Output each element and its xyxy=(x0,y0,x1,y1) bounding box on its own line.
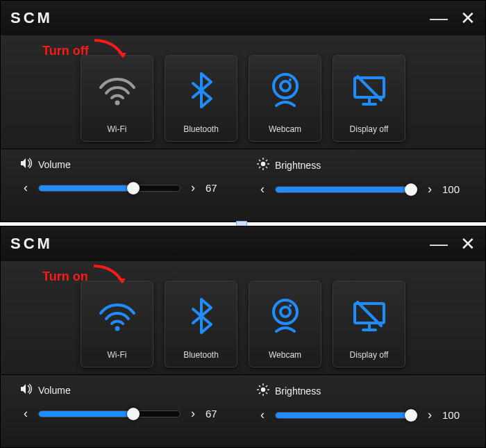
bluetooth-icon xyxy=(189,56,214,124)
volume-decrease-button[interactable]: ‹ xyxy=(20,181,31,195)
minimize-icon[interactable]: — xyxy=(430,235,448,253)
brightness-label: Brightness xyxy=(275,160,321,171)
brightness-slider[interactable] xyxy=(275,186,417,193)
tile-label: Wi-Fi xyxy=(108,350,127,360)
svg-point-19 xyxy=(280,307,290,317)
bluetooth-icon xyxy=(189,281,214,350)
arrow-icon xyxy=(93,39,128,63)
volume-block: Volume ‹ › 67 xyxy=(20,383,229,445)
window-controls: — ✕ xyxy=(430,235,476,253)
webcam-icon xyxy=(269,281,301,350)
app-logo: SCM xyxy=(10,9,53,27)
tile-wifi[interactable]: Wi-Fi xyxy=(81,55,153,142)
tile-display-off[interactable]: Display off xyxy=(333,281,405,367)
svg-line-13 xyxy=(259,160,260,161)
sliders-area: Volume ‹ › 67 Brightness ‹ xyxy=(1,149,485,219)
svg-point-2 xyxy=(280,81,290,91)
minimize-icon[interactable]: — xyxy=(430,9,448,27)
tile-webcam[interactable]: Webcam xyxy=(249,281,321,367)
wifi-icon xyxy=(98,281,137,350)
svg-line-15 xyxy=(259,167,260,168)
close-icon[interactable]: ✕ xyxy=(460,235,476,253)
brightness-decrease-button[interactable]: ‹ xyxy=(257,182,268,197)
app-logo: SCM xyxy=(10,235,53,253)
volume-decrease-button[interactable]: ‹ xyxy=(20,406,31,421)
svg-line-14 xyxy=(266,167,267,168)
close-icon[interactable]: ✕ xyxy=(460,9,476,27)
volume-increase-button[interactable]: › xyxy=(187,181,199,195)
volume-label: Volume xyxy=(38,385,71,396)
brightness-slider[interactable] xyxy=(275,412,417,419)
brightness-block: Brightness ‹ › 100 xyxy=(257,383,466,445)
scm-panel: SCM — ✕ Turn on Wi-Fi xyxy=(0,226,486,448)
svg-line-16 xyxy=(266,160,267,161)
tile-label: Display off xyxy=(350,124,389,134)
arrow-icon xyxy=(92,265,127,288)
display-off-icon xyxy=(351,56,388,124)
svg-point-8 xyxy=(261,162,265,166)
svg-point-18 xyxy=(274,300,297,324)
window-controls: — ✕ xyxy=(430,9,476,27)
titlebar: SCM — ✕ xyxy=(1,226,485,261)
annotation-turn-on: Turn on xyxy=(42,265,127,288)
brightness-value: 100 xyxy=(442,409,466,421)
svg-line-32 xyxy=(259,392,260,394)
svg-point-17 xyxy=(115,326,119,331)
volume-increase-button[interactable]: › xyxy=(187,406,199,421)
webcam-icon xyxy=(269,56,301,124)
brightness-increase-button[interactable]: › xyxy=(424,182,435,197)
tile-bluetooth[interactable]: Bluetooth xyxy=(165,55,237,142)
tile-label: Bluetooth xyxy=(183,350,219,360)
brightness-label: Brightness xyxy=(275,385,321,397)
annotation-turn-off: Turn off xyxy=(42,39,128,63)
volume-value: 67 xyxy=(206,408,229,420)
svg-point-20 xyxy=(289,304,292,307)
tile-display-off[interactable]: Display off xyxy=(333,55,405,142)
tile-webcam[interactable]: Webcam xyxy=(249,55,321,142)
volume-slider[interactable] xyxy=(38,410,181,417)
brightness-decrease-button[interactable]: ‹ xyxy=(257,408,268,422)
tile-bluetooth[interactable]: Bluetooth xyxy=(165,281,237,367)
brightness-increase-button[interactable]: › xyxy=(424,408,435,422)
volume-slider[interactable] xyxy=(38,185,181,192)
sliders-area: Volume ‹ › 67 Brightness ‹ xyxy=(1,374,485,445)
volume-icon xyxy=(20,383,33,397)
titlebar: SCM — ✕ xyxy=(1,1,485,35)
tile-label: Display off xyxy=(350,350,389,360)
volume-block: Volume ‹ › 67 xyxy=(20,158,229,219)
tile-wifi[interactable]: Wi-Fi xyxy=(81,281,153,367)
display-off-icon xyxy=(351,281,388,350)
tile-label: Wi-Fi xyxy=(108,124,127,134)
brightness-value: 100 xyxy=(442,183,466,195)
brightness-icon xyxy=(257,158,269,172)
svg-point-1 xyxy=(274,74,297,98)
volume-label: Volume xyxy=(38,159,71,170)
svg-point-3 xyxy=(289,78,292,81)
scm-panel: SCM — ✕ Turn off Wi-Fi xyxy=(0,0,486,222)
tile-label: Bluetooth xyxy=(183,124,219,134)
svg-line-31 xyxy=(266,392,267,394)
tile-label: Webcam xyxy=(269,124,301,134)
brightness-block: Brightness ‹ › 100 xyxy=(257,158,466,219)
svg-line-33 xyxy=(266,385,267,387)
wifi-icon xyxy=(98,56,137,124)
volume-value: 67 xyxy=(206,182,229,194)
svg-line-30 xyxy=(259,385,260,387)
brightness-icon xyxy=(257,383,269,398)
volume-icon xyxy=(20,158,33,171)
svg-point-0 xyxy=(115,100,119,105)
tile-label: Webcam xyxy=(269,350,301,360)
svg-point-25 xyxy=(261,388,265,392)
